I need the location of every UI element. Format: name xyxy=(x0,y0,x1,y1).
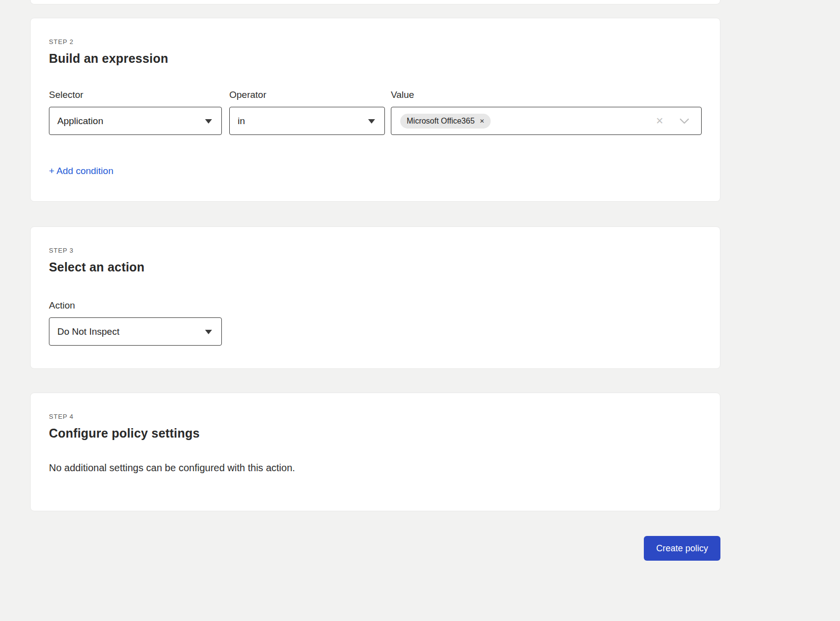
value-field: Value Microsoft Office365 ✕ ✕ xyxy=(391,89,702,135)
expression-fields-row: Selector Application Operator in Value M… xyxy=(49,89,702,135)
step2-label: STEP 2 xyxy=(49,38,702,45)
operator-field: Operator in xyxy=(229,89,385,135)
step4-card: STEP 4 Configure policy settings No addi… xyxy=(30,393,720,511)
footer-actions: Create policy xyxy=(30,536,720,561)
step2-card: STEP 2 Build an expression Selector Appl… xyxy=(30,18,720,202)
tag-remove-icon[interactable]: ✕ xyxy=(480,118,485,124)
operator-value: in xyxy=(238,116,245,127)
value-tag-text: Microsoft Office365 xyxy=(407,117,475,126)
chevron-down-icon xyxy=(368,119,375,124)
chevron-down-icon xyxy=(205,330,212,334)
step4-title: Configure policy settings xyxy=(49,426,702,441)
multiselect-controls: ✕ xyxy=(656,107,701,134)
step3-card: STEP 3 Select an action Action Do Not In… xyxy=(30,226,720,369)
action-value: Do Not Inspect xyxy=(57,326,120,337)
value-multiselect[interactable]: Microsoft Office365 ✕ ✕ xyxy=(391,107,702,135)
policy-builder-content: STEP 2 Build an expression Selector Appl… xyxy=(30,0,720,561)
clear-all-icon[interactable]: ✕ xyxy=(656,116,664,126)
selector-value: Application xyxy=(57,116,103,127)
action-label: Action xyxy=(49,300,222,311)
step3-label: STEP 3 xyxy=(49,247,702,254)
add-condition-link[interactable]: + Add condition xyxy=(49,166,113,177)
selector-dropdown[interactable]: Application xyxy=(49,107,222,135)
operator-dropdown[interactable]: in xyxy=(229,107,385,135)
create-policy-button[interactable]: Create policy xyxy=(644,536,720,561)
selector-field: Selector Application xyxy=(49,89,222,135)
step4-label: STEP 4 xyxy=(49,413,702,420)
chevron-down-icon xyxy=(205,119,212,124)
chevron-down-icon[interactable] xyxy=(679,118,689,124)
value-label: Value xyxy=(391,89,702,100)
action-dropdown[interactable]: Do Not Inspect xyxy=(49,317,222,346)
value-tag: Microsoft Office365 ✕ xyxy=(400,114,491,129)
step3-title: Select an action xyxy=(49,260,702,274)
previous-card-bottom-edge xyxy=(30,0,720,4)
step2-title: Build an expression xyxy=(49,51,702,66)
operator-label: Operator xyxy=(229,89,385,100)
policy-settings-note: No additional settings can be configured… xyxy=(49,462,702,474)
selector-label: Selector xyxy=(49,89,222,100)
action-field: Action Do Not Inspect xyxy=(49,300,222,346)
